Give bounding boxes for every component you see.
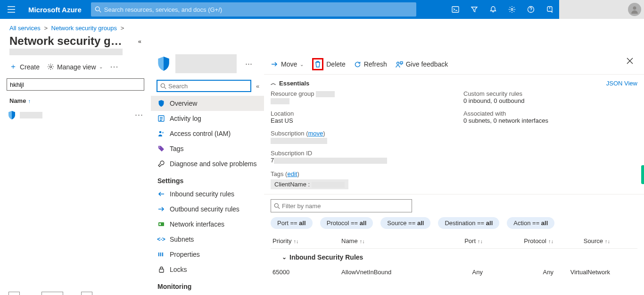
chevron-up-icon: ︿ — [271, 79, 276, 87]
svg-rect-14 — [159, 269, 164, 272]
nav-tags[interactable]: Tags — [151, 141, 264, 156]
nav-locks[interactable]: Locks — [151, 262, 264, 277]
help-icon[interactable] — [521, 0, 540, 19]
search-icon — [274, 203, 280, 209]
create-button[interactable]: ＋Create — [9, 62, 40, 72]
left-pane: Network security g… « ＋Create Manage vie… — [0, 34, 151, 295]
rule-row[interactable]: 65000 AllowVnetInBound Any Any VirtualNe… — [271, 265, 637, 279]
more-button[interactable]: ··· — [110, 62, 119, 72]
directory-filter-icon[interactable] — [465, 0, 484, 19]
chevron-down-icon: ⌄ — [300, 62, 304, 67]
nav-iam[interactable]: Access control (IAM) — [151, 126, 264, 141]
collapse-nav-icon[interactable]: « — [256, 83, 259, 90]
chevron-down-icon: ⌄ — [282, 254, 287, 261]
close-icon[interactable] — [626, 57, 634, 65]
nav-search-input[interactable] — [168, 83, 248, 90]
col-source[interactable]: Source ↑↓ — [553, 237, 610, 244]
breadcrumb-all-services[interactable]: All services — [9, 25, 41, 32]
essentials-toggle[interactable]: ︿Essentials — [271, 79, 309, 87]
manage-view-button[interactable]: Manage view ⌄ — [47, 63, 103, 71]
assoc-value: 0 subnets, 0 network interfaces — [463, 117, 637, 124]
filter-input[interactable] — [7, 78, 144, 91]
nav-group-monitoring: Monitoring — [151, 277, 264, 292]
svg-point-2 — [511, 8, 513, 10]
subscription-move-link[interactable]: move — [308, 130, 323, 137]
settings-icon[interactable] — [503, 0, 521, 19]
tags-edit-link[interactable]: edit — [287, 170, 297, 177]
top-icon-bar — [446, 0, 644, 19]
feedback-button[interactable]: Give feedback — [396, 60, 448, 68]
nav-outbound-rules[interactable]: Outbound security rules — [151, 202, 264, 217]
tag-chip[interactable]: ClientName : — [271, 179, 348, 189]
rules-filter[interactable] — [271, 199, 412, 212]
filter-pill-destination[interactable]: Destination == all — [438, 217, 499, 229]
prev-page-button[interactable]: < — [8, 292, 20, 295]
nav-subnets[interactable]: <·>Subnets — [151, 232, 264, 247]
nav-activity-log[interactable]: Activity log — [151, 111, 264, 126]
resource-more-icon[interactable]: ··· — [245, 59, 252, 69]
feedback-tab[interactable] — [641, 165, 644, 184]
move-button[interactable]: Move⌄ — [271, 60, 304, 68]
svg-point-11 — [159, 147, 160, 148]
rules-group-inbound[interactable]: ⌄Inbound Security Rules — [271, 249, 637, 265]
gear-icon — [47, 63, 54, 70]
refresh-button[interactable]: Refresh — [354, 60, 387, 68]
svg-rect-13 — [159, 223, 161, 225]
nav-inbound-rules[interactable]: Inbound security rules — [151, 186, 264, 202]
filter-pill-port[interactable]: Port == all — [271, 217, 313, 229]
cloud-shell-icon[interactable] — [446, 0, 465, 19]
svg-point-7 — [161, 84, 165, 87]
col-priority[interactable]: Priority ↑↓ — [271, 237, 341, 244]
nsg-list-item[interactable]: ··· — [0, 107, 151, 123]
subnet-icon: <·> — [157, 236, 165, 243]
svg-point-17 — [274, 203, 278, 207]
nav-alerts[interactable]: Alerts — [151, 292, 264, 295]
rules-filter-input[interactable] — [282, 202, 409, 210]
col-protocol[interactable]: Protocol ↑↓ — [483, 237, 553, 244]
svg-rect-12 — [158, 222, 164, 226]
json-view-link[interactable]: JSON View — [606, 80, 637, 87]
subscription-label: Subscription (move) — [271, 130, 445, 137]
shield-icon — [157, 56, 171, 72]
wrench-icon — [157, 160, 165, 167]
shield-icon — [157, 100, 165, 107]
item-more-icon[interactable]: ··· — [135, 110, 143, 120]
filter-pill-source[interactable]: Source == all — [380, 217, 430, 229]
person-feedback-icon — [396, 61, 403, 68]
account-area[interactable] — [559, 0, 644, 19]
avatar-icon — [628, 3, 641, 16]
assoc-label: Associated with — [463, 110, 637, 117]
next-page-button[interactable]: > — [81, 292, 92, 295]
nav-overview[interactable]: Overview — [151, 96, 264, 111]
hamburger-menu[interactable] — [0, 6, 23, 13]
svg-point-5 — [633, 7, 636, 10]
notifications-icon[interactable] — [484, 0, 503, 19]
item-name-mask — [20, 112, 42, 118]
resource-nav-pane: ··· « Overview Activity log Access contr… — [151, 34, 264, 295]
global-search-input[interactable] — [104, 6, 413, 13]
custom-rules-label: Custom security rules — [463, 90, 637, 97]
nav-network-interfaces[interactable]: Network interfaces — [151, 217, 264, 232]
breadcrumb-nsg[interactable]: Network security groups — [51, 25, 117, 32]
nav-search[interactable] — [157, 80, 251, 92]
filter-pill-action[interactable]: Action == all — [507, 217, 554, 229]
subid-label: Subscription ID — [271, 150, 445, 157]
search-icon — [95, 6, 101, 13]
trash-icon — [314, 60, 321, 68]
list-header-name[interactable]: Name↑ — [0, 94, 151, 107]
col-port[interactable]: Port ↑↓ — [417, 237, 483, 244]
log-icon — [157, 115, 165, 122]
resource-name-mask — [175, 54, 237, 73]
delete-button[interactable]: Delete — [312, 58, 345, 70]
feedback-icon[interactable] — [540, 0, 559, 19]
nav-diagnose[interactable]: Diagnose and solve problems — [151, 156, 264, 171]
nav-properties[interactable]: Properties — [151, 247, 264, 262]
brand-label[interactable]: Microsoft Azure — [23, 6, 87, 14]
delete-highlight — [312, 58, 323, 70]
page-select[interactable]: 1⌄ — [41, 292, 63, 295]
global-search[interactable] — [91, 2, 416, 17]
col-name[interactable]: Name ↑↓ — [341, 237, 417, 244]
collapse-left-icon[interactable]: « — [138, 38, 141, 45]
filter-pill-protocol[interactable]: Protocol == all — [320, 217, 373, 229]
command-bar: Move⌄ Delete Refresh Give feedback — [264, 54, 644, 75]
